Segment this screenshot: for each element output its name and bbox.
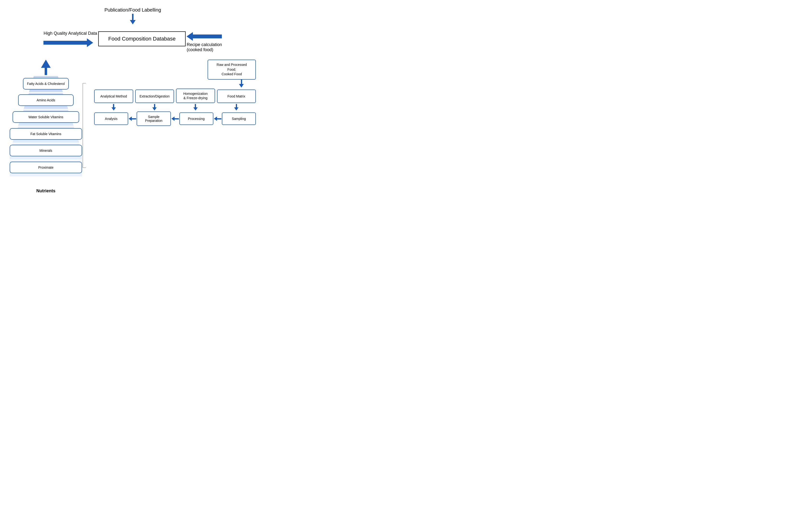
raw-food-down-arrow <box>239 80 244 88</box>
fatty-acids-box: Fatty Acids & Cholesterol <box>23 78 69 90</box>
fat-vitamins-box: Fat Soluble Vitamins <box>10 128 82 140</box>
sample-prep-box-wrapper: Sample Preparation <box>137 112 171 126</box>
water-vitamins-box: Water Soluble Vitamins <box>12 111 79 123</box>
sampling-box-wrapper: Sampling <box>222 113 256 125</box>
pyramid-up-arrow <box>41 60 51 75</box>
sample-prep-box: Sample Preparation <box>137 112 171 126</box>
arrow-left-1 <box>129 117 136 121</box>
analysis-box: Analysis <box>94 113 128 125</box>
flow-top-row: Analytical Method Extraction/Digestion H… <box>94 89 256 103</box>
flow-item-homogenization: Homogenization & Freeze-drying <box>176 89 215 103</box>
processing-box-wrapper: Processing <box>179 113 213 125</box>
arrow-left-2 <box>171 117 179 121</box>
sampling-box: Sampling <box>222 113 256 125</box>
raw-food-box: Raw and Processed Food; Cooked Food <box>208 60 256 80</box>
analytical-method-box: Analytical Method <box>94 90 133 103</box>
processing-box: Processing <box>179 113 213 125</box>
proximate-box: Proximate <box>10 162 82 173</box>
amino-acids-box: Amino Acids <box>18 94 74 106</box>
nutrients-label: Nutrients <box>10 188 82 193</box>
hq-label: High Quality Analytical Data <box>44 31 97 36</box>
recipe-arrow <box>186 32 222 41</box>
food-matrix-box: Food Matrix <box>217 90 256 103</box>
down-arrows-row <box>94 104 256 111</box>
pub-down-arrow <box>130 14 136 24</box>
flow-item-extraction: Extraction/Digestion <box>135 90 174 103</box>
recipe-label: Recipe calculation(cooked food) <box>186 42 222 52</box>
analysis-box-wrapper: Analysis <box>94 113 128 125</box>
pyramid-section: Fatty Acids & Cholesterol Amino Acids Wa… <box>10 60 82 193</box>
flow-section: Raw and Processed Food; Cooked Food Anal… <box>82 60 256 126</box>
extraction-box: Extraction/Digestion <box>135 90 174 103</box>
homogenization-box: Homogenization & Freeze-drying <box>176 89 215 103</box>
flow-item-food-matrix: Food Matrix <box>217 90 256 103</box>
publication-label: Publication/Food Labelling <box>105 7 161 12</box>
page-wrapper: Publication/Food Labelling High Quality … <box>10 7 256 193</box>
minerals-box: Minerals <box>10 145 82 156</box>
flow-bottom-row: Analysis Sample Preparation <box>94 112 256 126</box>
hq-arrow <box>44 38 93 47</box>
arrow-left-3 <box>214 117 221 121</box>
db-box: Food Composition Database <box>98 31 186 46</box>
flow-item-analytical: Analytical Method <box>94 90 133 103</box>
